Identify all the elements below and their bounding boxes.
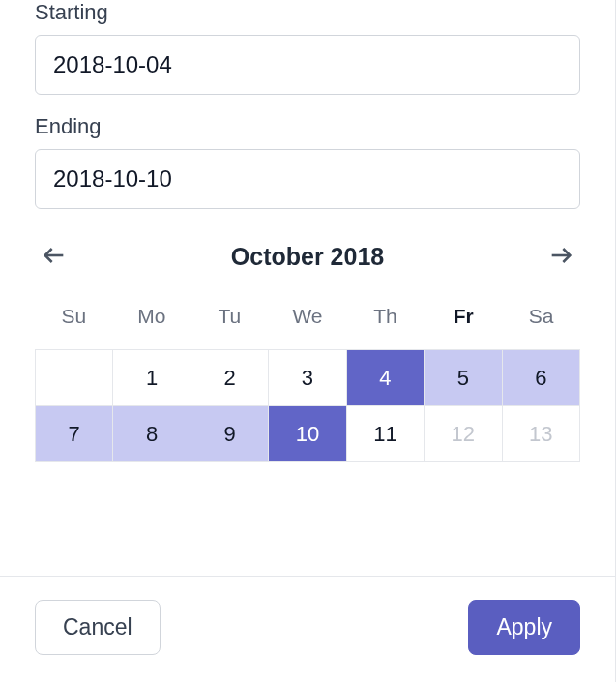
arrow-right-icon (547, 242, 574, 272)
calendar-day-7[interactable]: 7 (36, 406, 113, 462)
weekday-th: Th (346, 297, 425, 336)
ending-label: Ending (35, 114, 580, 139)
calendar-day-8[interactable]: 8 (113, 406, 191, 462)
ending-field-group: Ending (35, 114, 580, 209)
calendar-day-3[interactable]: 3 (269, 350, 346, 406)
calendar-day-9[interactable]: 9 (191, 406, 269, 462)
apply-button[interactable]: Apply (468, 600, 580, 655)
calendar-empty-cell (36, 350, 113, 406)
weekday-mo: Mo (113, 297, 191, 336)
calendar-day-2[interactable]: 2 (191, 350, 269, 406)
starting-field-group: Starting (35, 0, 580, 95)
weekday-fr: Fr (425, 297, 503, 336)
calendar-day-6[interactable]: 6 (503, 350, 580, 406)
weekday-tu: Tu (191, 297, 269, 336)
calendar-day-13: 13 (503, 406, 580, 462)
calendar-day-4[interactable]: 4 (347, 350, 425, 406)
cancel-button[interactable]: Cancel (35, 600, 161, 655)
weekday-header: SuMoTuWeThFrSa (35, 297, 580, 336)
prev-month-button[interactable] (35, 236, 73, 278)
calendar-grid: 12345678910111213 (35, 349, 580, 462)
calendar-day-12: 12 (425, 406, 502, 462)
month-title: October 2018 (231, 243, 384, 271)
weekday-su: Su (35, 297, 113, 336)
calendar-day-10[interactable]: 10 (269, 406, 346, 462)
ending-input[interactable] (35, 149, 580, 209)
starting-label: Starting (35, 0, 580, 25)
next-month-button[interactable] (542, 236, 580, 278)
starting-input[interactable] (35, 35, 580, 95)
calendar-nav: October 2018 (35, 236, 580, 278)
calendar-day-1[interactable]: 1 (113, 350, 191, 406)
date-range-panel: Starting Ending October 2018 SuMoTuWeThF… (0, 0, 616, 682)
calendar-day-11[interactable]: 11 (347, 406, 425, 462)
weekday-sa: Sa (502, 297, 580, 336)
calendar-day-5[interactable]: 5 (425, 350, 502, 406)
footer: Cancel Apply (0, 576, 615, 682)
arrow-left-icon (41, 242, 68, 272)
weekday-we: We (269, 297, 347, 336)
